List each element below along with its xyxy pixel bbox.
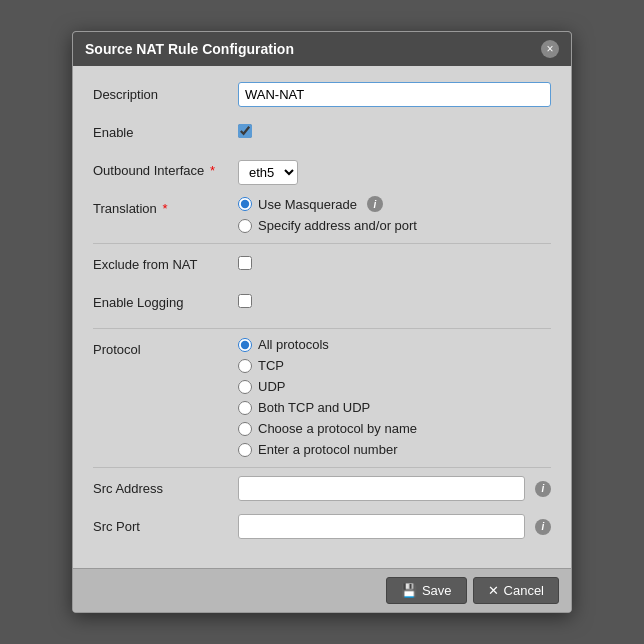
translation-control: Use Masquerade i Specify address and/or … <box>238 196 551 233</box>
dialog-body: Description Enable Outbound Interface * <box>73 66 571 568</box>
protocol-bynumber-row: Enter a protocol number <box>238 442 551 457</box>
src-port-input[interactable] <box>238 514 525 539</box>
src-address-control: i <box>238 476 551 501</box>
protocol-all-label: All protocols <box>258 337 329 352</box>
protocol-byname-radio[interactable] <box>238 422 252 436</box>
close-button[interactable]: × <box>541 40 559 58</box>
protocol-byname-label: Choose a protocol by name <box>258 421 417 436</box>
cancel-label: Cancel <box>504 583 544 598</box>
protocol-tcpudp-row: Both TCP and UDP <box>238 400 551 415</box>
outbound-interface-row: Outbound Interface * eth5 eth0 eth1 eth2… <box>93 158 551 186</box>
enable-logging-row: Enable Logging <box>93 290 551 318</box>
dialog-footer: 💾 Save ✕ Cancel <box>73 568 571 612</box>
description-row: Description <box>93 82 551 110</box>
source-nat-dialog: Source NAT Rule Configuration × Descript… <box>72 31 572 613</box>
outbound-interface-select-wrapper: eth5 eth0 eth1 eth2 eth3 eth4 <box>238 158 551 185</box>
description-label: Description <box>93 82 238 102</box>
outbound-interface-control: eth5 eth0 eth1 eth2 eth3 eth4 <box>238 158 551 185</box>
protocol-bynumber-label: Enter a protocol number <box>258 442 397 457</box>
enable-checkbox[interactable] <box>238 124 252 138</box>
src-port-control: i <box>238 514 551 539</box>
protocol-tcpudp-radio[interactable] <box>238 401 252 415</box>
translation-masquerade-label: Use Masquerade <box>258 197 357 212</box>
enable-logging-checkbox-wrapper <box>238 290 551 308</box>
enable-label: Enable <box>93 120 238 140</box>
exclude-nat-label: Exclude from NAT <box>93 252 238 272</box>
save-icon: 💾 <box>401 583 417 598</box>
src-port-info-icon: i <box>535 519 551 535</box>
enable-row: Enable <box>93 120 551 148</box>
protocol-tcpudp-label: Both TCP and UDP <box>258 400 370 415</box>
protocol-udp-row: UDP <box>238 379 551 394</box>
enable-logging-checkbox[interactable] <box>238 294 252 308</box>
protocol-byname-row: Choose a protocol by name <box>238 421 551 436</box>
divider-1 <box>93 243 551 244</box>
translation-required: * <box>159 201 168 216</box>
outbound-interface-select[interactable]: eth5 eth0 eth1 eth2 eth3 eth4 <box>238 160 298 185</box>
src-address-info-icon: i <box>535 481 551 497</box>
src-address-label: Src Address <box>93 476 238 496</box>
protocol-tcp-radio[interactable] <box>238 359 252 373</box>
protocol-all-radio[interactable] <box>238 338 252 352</box>
description-control <box>238 82 551 107</box>
protocol-udp-label: UDP <box>258 379 285 394</box>
src-address-input[interactable] <box>238 476 525 501</box>
protocol-control: All protocols TCP UDP Both TCP and UDP C… <box>238 337 551 457</box>
protocol-bynumber-radio[interactable] <box>238 443 252 457</box>
enable-logging-control <box>238 290 551 308</box>
cancel-icon: ✕ <box>488 583 499 598</box>
outbound-interface-required: * <box>206 163 215 178</box>
divider-2 <box>93 328 551 329</box>
divider-3 <box>93 467 551 468</box>
enable-checkbox-wrapper <box>238 120 551 138</box>
src-port-label: Src Port <box>93 514 238 534</box>
protocol-tcp-row: TCP <box>238 358 551 373</box>
src-port-row: Src Port i <box>93 514 551 542</box>
translation-specify-row: Specify address and/or port <box>238 218 551 233</box>
exclude-nat-row: Exclude from NAT <box>93 252 551 280</box>
enable-logging-label: Enable Logging <box>93 290 238 310</box>
translation-specify-radio[interactable] <box>238 219 252 233</box>
outbound-interface-label: Outbound Interface * <box>93 158 238 178</box>
cancel-button[interactable]: ✕ Cancel <box>473 577 559 604</box>
save-button[interactable]: 💾 Save <box>386 577 467 604</box>
dialog-header: Source NAT Rule Configuration × <box>73 32 571 66</box>
translation-row: Translation * Use Masquerade i Specify a… <box>93 196 551 233</box>
translation-masquerade-row: Use Masquerade i <box>238 196 551 212</box>
protocol-all-row: All protocols <box>238 337 551 352</box>
exclude-nat-control <box>238 252 551 270</box>
protocol-tcp-label: TCP <box>258 358 284 373</box>
src-address-row: Src Address i <box>93 476 551 504</box>
dialog-title: Source NAT Rule Configuration <box>85 41 294 57</box>
save-label: Save <box>422 583 452 598</box>
masquerade-info-icon: i <box>367 196 383 212</box>
description-input[interactable] <box>238 82 551 107</box>
translation-masquerade-radio[interactable] <box>238 197 252 211</box>
translation-label: Translation * <box>93 196 238 216</box>
enable-control <box>238 120 551 138</box>
translation-specify-label: Specify address and/or port <box>258 218 417 233</box>
protocol-row: Protocol All protocols TCP UDP Both TCP … <box>93 337 551 457</box>
protocol-label: Protocol <box>93 337 238 357</box>
protocol-udp-radio[interactable] <box>238 380 252 394</box>
exclude-nat-checkbox-wrapper <box>238 252 551 270</box>
exclude-nat-checkbox[interactable] <box>238 256 252 270</box>
